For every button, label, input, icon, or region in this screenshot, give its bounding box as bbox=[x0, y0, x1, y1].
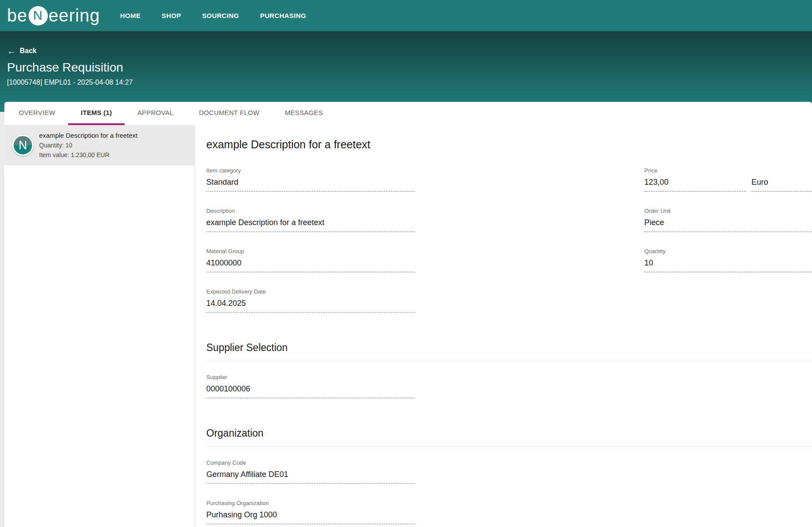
page-subtitle: [10005748] EMPL01 - 2025-04-08 14:27 bbox=[7, 79, 812, 86]
field-expected-delivery-date: Expected Delivery Date 14.04.2025 bbox=[206, 288, 415, 313]
brand-logo-icon: N bbox=[29, 6, 48, 25]
item-title: example Description for a freetext bbox=[206, 138, 812, 151]
back-arrow-icon: ← bbox=[7, 47, 16, 54]
field-purchasing-organization-value[interactable]: Purhasing Org 1000 bbox=[206, 507, 415, 524]
field-description-label: Description bbox=[206, 208, 415, 215]
field-order-unit: Order Unit Piece bbox=[644, 208, 812, 232]
field-material-group: Material Group 41000000 bbox=[206, 248, 415, 272]
item-detail-panel: example Description for a freetext Item … bbox=[195, 125, 812, 527]
field-price-label: Price bbox=[644, 167, 812, 174]
page-header: ← Back Purchase Requisition [10005748] E… bbox=[0, 31, 812, 112]
item-list: N example Description for a freetext Qua… bbox=[4, 125, 195, 527]
brand-logo-suffix: eering bbox=[49, 6, 100, 25]
field-order-unit-label: Order Unit bbox=[644, 208, 812, 215]
field-description: Description example Description for a fr… bbox=[206, 208, 415, 232]
back-button-label: Back bbox=[20, 47, 36, 55]
price-row: 123,00 Euro bbox=[644, 174, 812, 192]
field-quantity-value[interactable]: 10 bbox=[644, 255, 812, 272]
tab-bar: OVERVIEW ITEMS (1) APPROVAL DOCUMENT FLO… bbox=[4, 102, 812, 125]
list-item-text: example Description for a freetext Quant… bbox=[39, 131, 137, 160]
nav-item-purchasing[interactable]: PURCHASING bbox=[260, 12, 306, 19]
tab-document-flow[interactable]: DOCUMENT FLOW bbox=[186, 102, 272, 125]
requisition-card: OVERVIEW ITEMS (1) APPROVAL DOCUMENT FLO… bbox=[4, 102, 812, 527]
field-item-category-value[interactable]: Standard bbox=[206, 174, 415, 192]
tab-items[interactable]: ITEMS (1) bbox=[68, 102, 125, 125]
tab-overview[interactable]: OVERVIEW bbox=[6, 102, 68, 125]
brand-logo-prefix: be bbox=[7, 6, 28, 25]
list-item-quantity: Quantity: 10 bbox=[39, 140, 137, 150]
field-material-group-value[interactable]: 41000000 bbox=[206, 255, 415, 272]
nav-item-sourcing[interactable]: SOURCING bbox=[202, 12, 239, 19]
item-avatar-icon: N bbox=[12, 135, 33, 156]
item-fields: Item category Standard Price 123,00 Euro… bbox=[206, 167, 812, 329]
page-title: Purchase Requisition bbox=[7, 61, 812, 75]
field-company-code: Company Code Germany Affiliate DE01 bbox=[206, 459, 415, 484]
organization-fields: Company Code Germany Affiliate DE01 Purc… bbox=[206, 459, 415, 524]
field-price: Price 123,00 Euro bbox=[644, 167, 812, 192]
supplier-selection-title: Supplier Selection bbox=[206, 341, 812, 361]
back-button[interactable]: ← Back bbox=[7, 47, 36, 55]
list-item[interactable]: N example Description for a freetext Qua… bbox=[4, 125, 194, 165]
brand-logo[interactable]: be N eering bbox=[7, 6, 100, 25]
field-description-value[interactable]: example Description for a freetext bbox=[206, 215, 415, 232]
field-expected-delivery-date-label: Expected Delivery Date bbox=[206, 288, 415, 295]
field-quantity: Quantity 10 bbox=[644, 248, 812, 272]
supplier-selection-section: Supplier Selection Supplier 0000100006 bbox=[206, 341, 812, 398]
tab-messages[interactable]: MESSAGES bbox=[272, 102, 336, 125]
tab-approval[interactable]: APPROVAL bbox=[125, 102, 186, 125]
field-purchasing-organization-label: Purchasing Organization bbox=[206, 500, 415, 507]
nav-item-shop[interactable]: SHOP bbox=[162, 12, 181, 19]
field-material-group-label: Material Group bbox=[206, 248, 415, 255]
field-supplier: Supplier 0000100006 bbox=[206, 374, 415, 398]
field-item-category: Item category Standard bbox=[206, 167, 415, 192]
items-tab-content: N example Description for a freetext Qua… bbox=[4, 125, 812, 527]
supplier-selection-fields: Supplier 0000100006 bbox=[206, 374, 415, 398]
field-company-code-value[interactable]: Germany Affiliate DE01 bbox=[206, 466, 415, 484]
field-supplier-label: Supplier bbox=[206, 374, 415, 381]
field-quantity-label: Quantity bbox=[644, 248, 812, 255]
field-price-currency[interactable]: Euro bbox=[751, 174, 812, 192]
field-price-value[interactable]: 123,00 bbox=[644, 174, 746, 192]
field-order-unit-value[interactable]: Piece bbox=[644, 215, 812, 232]
field-expected-delivery-date-value[interactable]: 14.04.2025 bbox=[206, 295, 415, 313]
nav-item-home[interactable]: HOME bbox=[120, 12, 141, 19]
main-menu: HOME SHOP SOURCING PURCHASING bbox=[120, 12, 306, 19]
field-company-code-label: Company Code bbox=[206, 459, 415, 466]
list-item-title: example Description for a freetext bbox=[39, 131, 137, 140]
top-nav: be N eering HOME SHOP SOURCING PURCHASIN… bbox=[0, 0, 812, 31]
field-item-category-label: Item category bbox=[206, 167, 415, 174]
organization-title: Organization bbox=[206, 427, 812, 447]
list-item-value: Item value: 1.230,00 EUR bbox=[39, 150, 137, 160]
field-supplier-value[interactable]: 0000100006 bbox=[206, 381, 415, 398]
organization-section: Organization Company Code Germany Affili… bbox=[206, 427, 812, 524]
field-purchasing-organization: Purchasing Organization Purhasing Org 10… bbox=[206, 500, 415, 524]
